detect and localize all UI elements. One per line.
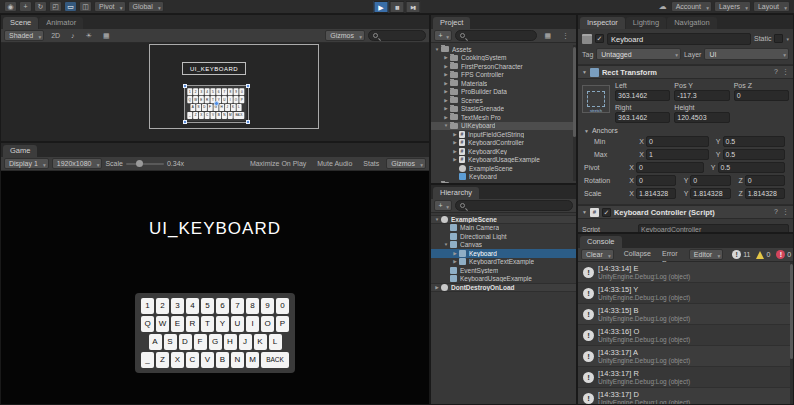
move-gizmo[interactable] [214,101,219,106]
tab-hierarchy[interactable]: Hierarchy [433,187,479,199]
console-log-entry[interactable]: [14:33:16] O UnityEngine.Debug:Log (obje… [578,325,793,346]
hierarchy-item-dontdestroyonload[interactable]: ▶ DontDestroyOnLoad [431,283,576,292]
foldout-arrow-icon[interactable]: ▶ [442,89,450,94]
keyboard-key-c[interactable]: C [186,352,199,368]
move-tool-icon[interactable]: + [19,1,32,12]
tab-animator[interactable]: Animator [39,17,83,29]
scene-search-input[interactable] [368,30,426,41]
keyboard-key-n[interactable]: N [231,352,244,368]
scene-visibility-icon[interactable]: ▦ [99,30,114,41]
keyboard-key-2[interactable]: 2 [156,298,169,314]
keyboard-key-back[interactable]: BACK [261,352,289,368]
project-item-cookingsystem[interactable]: ▶ CookingSystem [431,54,576,63]
keyboard-key-_[interactable]: _ [141,352,154,368]
project-item-assets[interactable]: ▼ Assets [431,45,576,54]
foldout-arrow-icon[interactable]: ▼ [582,69,587,75]
foldout-arrow-icon[interactable]: ▶ [451,251,459,256]
hidden-packages-icon[interactable]: ▦ [540,30,555,41]
rotation-y-field[interactable]: 0 [690,175,730,186]
global-toggle[interactable]: Global [128,1,164,12]
audio-toggle-icon[interactable]: ♪ [67,30,79,41]
resolution-dropdown[interactable]: 1920x1080 [52,158,103,169]
foldout-arrow-icon[interactable]: ▼ [584,128,589,134]
project-item-keyboard[interactable]: Keyboard [431,173,576,182]
foldout-arrow-icon[interactable]: ▼ [433,217,441,222]
project-item-keyboardcontroller[interactable]: ▶ KeyboardController [431,139,576,148]
keyboard-key-g[interactable]: G [209,334,222,350]
left-field[interactable]: 363.1462 [615,90,670,101]
keyboard-key-l[interactable]: L [269,334,282,350]
tab-scene[interactable]: Scene [3,17,38,29]
keyboard-controller-header[interactable]: ▼ Keyboard Controller (Script) ? ⋮ [578,205,793,219]
project-item-firstpersoncharacter[interactable]: ▶ FirstPersonCharacter [431,62,576,71]
rect-tool-icon[interactable]: ▭ [64,1,77,12]
keyboard-key-9[interactable]: 9 [261,298,274,314]
hierarchy-item-canvas[interactable]: ▼ Canvas [431,241,576,250]
hierarchy-item-eventsystem[interactable]: EventSystem [431,266,576,275]
keyboard-key-e[interactable]: E [171,316,184,332]
keyboard-key-v[interactable]: V [201,352,214,368]
keyboard-key-8[interactable]: 8 [246,298,259,314]
static-dropdown-icon[interactable]: ▾ [786,36,789,42]
scale-tool-icon[interactable]: ◰ [49,1,62,12]
project-item-keyboardkey[interactable]: ▶ KeyboardKey [431,147,576,156]
console-log-entry[interactable]: [14:33:17] D UnityEngine.Debug:Log (obje… [578,388,793,404]
gameobject-name-field[interactable]: Keyboard [607,33,751,45]
console-log-entry[interactable]: [14:33:17] A UnityEngine.Debug:Log (obje… [578,346,793,367]
project-scrollbar[interactable] [573,45,576,181]
project-search-input[interactable] [455,30,537,41]
hierarchy-item-main-camera[interactable]: Main Camera [431,224,576,233]
shading-mode-dropdown[interactable]: Shaded [4,30,44,41]
foldout-arrow-icon[interactable]: ▶ [442,98,450,103]
help-icon[interactable]: ? [774,208,778,216]
hierarchy-item-directional-light[interactable]: Directional Light [431,232,576,241]
keyboard-key-r[interactable]: R [186,316,199,332]
rotation-z-field[interactable]: 0 [745,175,785,186]
keyboard-key-4[interactable]: 4 [186,298,199,314]
keyboard-key-y[interactable]: Y [216,316,229,332]
foldout-arrow-icon[interactable]: ▶ [451,149,459,154]
create-object-button[interactable]: + [434,200,452,211]
keyboard-key-7[interactable]: 7 [231,298,244,314]
layer-dropdown[interactable]: UI [704,48,789,60]
keyboard-key-5[interactable]: 5 [201,298,214,314]
tab-inspector[interactable]: Inspector [580,17,625,29]
keyboard-key-f[interactable]: F [194,334,207,350]
console-log-entry[interactable]: [14:33:17] R UnityEngine.Debug:Log (obje… [578,367,793,388]
hierarchy-item-keyboard[interactable]: ▶ Keyboard [431,249,576,258]
keyboard-key-1[interactable]: 1 [141,298,154,314]
project-item-materials[interactable]: ▶ Materials [431,79,576,88]
keyboard-key-x[interactable]: X [171,352,184,368]
active-checkbox[interactable] [595,34,604,43]
warning-count-toggle[interactable]: 0 [756,251,770,259]
keyboard-key-i[interactable]: I [246,316,259,332]
pivot-toggle[interactable]: Pivot [94,1,126,12]
foldout-arrow-icon[interactable]: ▶ [442,106,450,111]
help-icon[interactable]: ? [774,68,778,76]
game-viewport[interactable]: UI_KEYBOARD 1234567890QWERTYUIOPASDFGHJK… [1,171,429,404]
keyboard-key-6[interactable]: 6 [216,298,229,314]
pause-button[interactable]: ▮▮ [390,1,405,13]
context-menu-icon[interactable]: ⋮ [782,68,789,76]
create-asset-button[interactable]: + [434,30,452,41]
scale-slider[interactable] [126,163,164,165]
console-scrollbar[interactable] [790,262,793,404]
layers-dropdown[interactable]: Layers [714,1,751,12]
info-count-toggle[interactable]: 11 [732,250,750,259]
pos-z-field[interactable]: 0 [734,90,789,101]
keyboard-key-q[interactable]: Q [141,316,154,332]
static-checkbox[interactable] [774,34,783,43]
keyboard-key-t[interactable]: T [201,316,214,332]
project-item-fps-controller[interactable]: ▶ FPS Controller [431,71,576,80]
account-dropdown[interactable]: Account [671,1,712,12]
rotation-x-field[interactable]: 0 [636,175,676,186]
tab-project[interactable]: Project [433,17,470,29]
tab-console[interactable]: Console [580,236,622,248]
foldout-arrow-icon[interactable]: ▶ [442,64,450,69]
hand-tool-icon[interactable]: ◉ [4,1,17,12]
tab-game[interactable]: Game [3,145,37,157]
component-enabled-checkbox[interactable] [602,208,611,217]
stats-toggle[interactable]: Stats [359,158,383,169]
anchors-min-y-field[interactable]: 0.5 [723,136,786,147]
scale-y-field[interactable]: 1.814328 [690,188,730,199]
